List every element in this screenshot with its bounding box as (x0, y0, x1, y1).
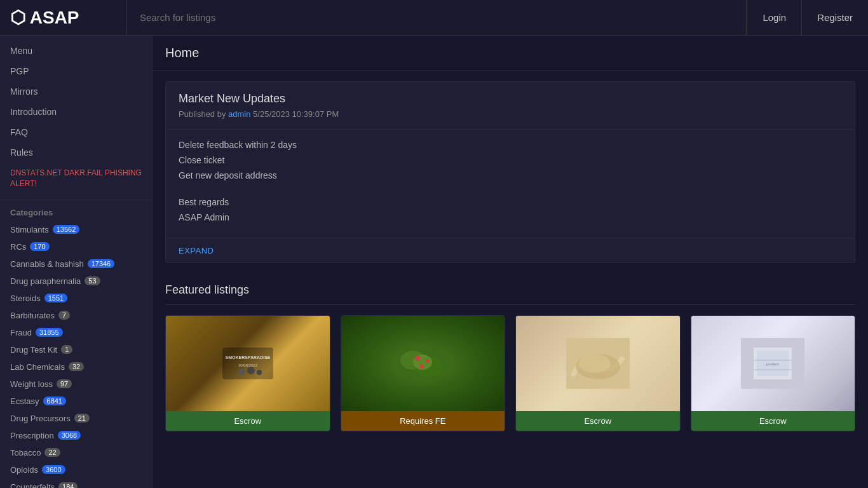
category-label-11: Drug Precursors (10, 414, 71, 423)
category-label-9: Weight loss (10, 379, 53, 389)
category-label-8: Lab Chemicals (10, 362, 65, 372)
category-label-7: Drug Test Kit (10, 345, 57, 355)
category-label-3: Drug paraphernalia (10, 276, 81, 286)
header-actions: Login Register (746, 0, 868, 35)
sidebar-item-introduction[interactable]: Introduction (0, 102, 152, 122)
expand-button[interactable]: EXPAND (179, 246, 214, 255)
card-header: Market New Updates Published by admin 5/… (166, 82, 855, 130)
category-badge-8: 32 (69, 362, 84, 371)
sidebar-item-mirrors[interactable]: Mirrors (0, 81, 152, 102)
sidebar-category-9[interactable]: Weight loss97 (0, 376, 152, 393)
category-badge-0: 13562 (53, 225, 80, 234)
listing-card-4[interactable]: product Escrow (691, 315, 856, 431)
listing-image-4: product (691, 316, 855, 411)
category-label-5: Barbiturates (10, 311, 55, 320)
sidebar-category-12[interactable]: Prescription3068 (0, 427, 152, 444)
logo-text: ASAP (30, 8, 79, 27)
category-badge-2: 17346 (88, 259, 115, 268)
category-badge-3: 53 (85, 276, 100, 285)
sidebar-category-13[interactable]: Tobacco22 (0, 444, 152, 461)
category-label-6: Fraud (10, 328, 32, 337)
categories-list: Stimulants13562RCs170Cannabis & hashish1… (0, 221, 152, 488)
search-area (127, 12, 746, 24)
svg-point-3 (238, 369, 245, 375)
svg-point-4 (247, 367, 255, 374)
category-badge-14: 3600 (42, 465, 65, 474)
update-item-2: Close ticket (179, 155, 842, 165)
svg-text:30/06/2022: 30/06/2022 (238, 363, 258, 367)
category-label-12: Prescription (10, 431, 54, 440)
update-item-3: Get new deposit address (179, 170, 842, 180)
listing-image-1: SMOKERSPARADISE 30/06/2022 (166, 316, 330, 411)
listing-badge-2: Requires FE (341, 411, 505, 431)
login-button[interactable]: Login (747, 0, 801, 35)
svg-point-15 (579, 354, 611, 373)
body-layout: Menu PGP Mirrors Introduction FAQ Rules … (0, 36, 868, 488)
category-badge-4: 1551 (44, 294, 67, 302)
sidebar-item-rules[interactable]: Rules (0, 142, 152, 163)
listing-image-content-4: product (691, 316, 855, 411)
category-badge-7: 1 (61, 345, 72, 354)
category-badge-11: 21 (74, 414, 90, 423)
sidebar-category-6[interactable]: Fraud31855 (0, 324, 152, 341)
category-label-4: Steroids (10, 294, 41, 303)
category-badge-5: 7 (58, 311, 70, 320)
svg-point-12 (419, 365, 424, 369)
sidebar-category-10[interactable]: Ecstasy6841 (0, 393, 152, 410)
sidebar-category-0[interactable]: Stimulants13562 (0, 221, 152, 238)
sidebar-alert: DNSTATS.NET DAKR.FAIL PHISHING ALERT! (0, 163, 152, 194)
category-badge-9: 97 (57, 379, 72, 388)
categories-title: Categories (0, 200, 152, 221)
main-content: Home Market New Updates Published by adm… (153, 36, 868, 488)
sidebar-category-4[interactable]: Steroids1551 (0, 290, 152, 307)
sidebar-category-3[interactable]: Drug paraphernalia53 (0, 273, 152, 290)
listing-card-3[interactable]: Escrow (515, 315, 681, 431)
sidebar-category-2[interactable]: Cannabis & hashish17346 (0, 255, 152, 273)
featured-section: Featured listings SMOKERSPARADISE 30/06/… (153, 273, 868, 444)
sidebar-item-faq[interactable]: FAQ (0, 122, 152, 142)
category-label-15: Counterfeits (10, 482, 55, 488)
category-badge-15: 184 (58, 482, 78, 488)
logo: ⬡ ASAP (10, 7, 79, 28)
sidebar-item-menu[interactable]: Menu (0, 41, 152, 61)
svg-point-5 (257, 370, 262, 375)
category-badge-12: 3068 (58, 431, 81, 440)
card-body: Delete feedback within 2 days Close tick… (166, 130, 855, 238)
listing-badge-3: Escrow (516, 411, 680, 431)
listing-card-1[interactable]: SMOKERSPARADISE 30/06/2022 Escrow (165, 315, 330, 431)
sidebar-category-7[interactable]: Drug Test Kit1 (0, 341, 152, 358)
listing-badge-1: Escrow (166, 411, 330, 431)
sidebar-category-14[interactable]: Opioids3600 (0, 461, 152, 478)
sidebar-category-5[interactable]: Barbiturates7 (0, 307, 152, 324)
listing-image-content-3 (516, 316, 680, 411)
best-regards: Best regards (179, 197, 842, 207)
svg-point-10 (415, 356, 420, 361)
sidebar-category-11[interactable]: Drug Precursors21 (0, 410, 152, 427)
category-badge-6: 31855 (36, 328, 63, 337)
featured-title: Featured listings (165, 273, 855, 305)
sidebar-category-8[interactable]: Lab Chemicals32 (0, 358, 152, 376)
admin-link[interactable]: admin (228, 109, 250, 119)
category-label-2: Cannabis & hashish (10, 259, 84, 269)
sidebar-item-pgp[interactable]: PGP (0, 61, 152, 81)
category-badge-13: 22 (44, 448, 60, 457)
register-button[interactable]: Register (801, 0, 868, 35)
search-input[interactable] (140, 12, 733, 23)
category-label-1: RCs (10, 242, 26, 252)
market-update-card: Market New Updates Published by admin 5/… (165, 81, 855, 263)
listing-image-content-1: SMOKERSPARADISE 30/06/2022 (166, 316, 330, 411)
svg-text:SMOKERSPARADISE: SMOKERSPARADISE (225, 355, 270, 360)
sidebar-category-15[interactable]: Counterfeits184 (0, 478, 152, 488)
listing-badge-4: Escrow (691, 411, 855, 431)
svg-text:product: product (766, 362, 779, 366)
listing-card-2[interactable]: Requires FE (341, 315, 506, 431)
category-label-13: Tobacco (10, 448, 41, 458)
listings-grid: SMOKERSPARADISE 30/06/2022 Escrow (165, 315, 855, 431)
svg-point-11 (426, 359, 430, 363)
sidebar-category-1[interactable]: RCs170 (0, 238, 152, 255)
category-badge-1: 170 (30, 242, 49, 251)
page-header: Home (153, 36, 868, 71)
sidebar: Menu PGP Mirrors Introduction FAQ Rules … (0, 36, 153, 488)
category-label-14: Opioids (10, 465, 38, 475)
page-title: Home (165, 46, 855, 60)
